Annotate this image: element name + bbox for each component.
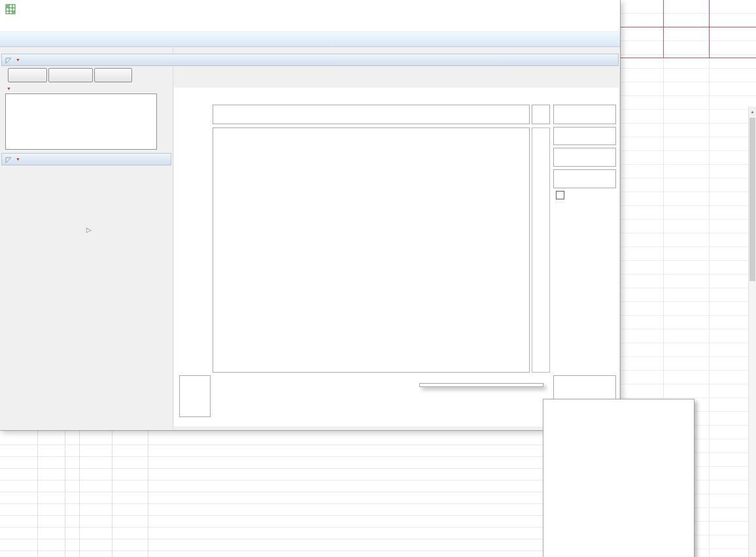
table-column-divider [112, 431, 112, 557]
columns-header[interactable]: ▼ [7, 84, 14, 92]
red-cell-border [663, 0, 664, 58]
table-column-divider [65, 431, 65, 557]
drop-zone-map-shape[interactable] [179, 375, 211, 417]
drop-zone-overlay[interactable] [553, 105, 616, 124]
drop-zone-color[interactable] [553, 127, 616, 145]
collapse-triangle-icon[interactable] [5, 156, 12, 163]
red-cell-border [620, 58, 756, 58]
graph-builder-header[interactable]: ▼ [1, 54, 619, 66]
jmp-app-icon [5, 4, 16, 14]
start-over-button[interactable] [48, 68, 93, 82]
panel-divider [173, 47, 173, 430]
jmp-window: ▼ ▼ ▼ ▷ [0, 0, 621, 431]
red-triangle-menu-icon[interactable]: ▼ [16, 58, 20, 62]
red-cell-border [620, 27, 756, 27]
columns-list [5, 93, 157, 150]
data-table-window [0, 431, 620, 557]
menu-bar [0, 18, 620, 31]
screen: ▲ ▼ [0, 0, 756, 557]
drop-zone-wrap[interactable] [532, 105, 550, 124]
toolbar [0, 31, 620, 47]
undo-button[interactable] [8, 68, 47, 82]
legend [556, 191, 568, 199]
scrollbar-up-icon[interactable]: ▲ [749, 107, 756, 116]
table-column-divider [37, 431, 38, 557]
close-button[interactable] [591, 0, 620, 18]
order-statistic-submenu [543, 399, 695, 557]
title-bar [0, 0, 620, 18]
plot-area[interactable] [213, 127, 530, 373]
drop-zone-interval[interactable] [553, 169, 616, 188]
drop-zone-size[interactable] [553, 148, 616, 167]
legend-swatch [556, 191, 564, 199]
bar-section-header[interactable]: ▼ [1, 153, 171, 165]
red-triangle-menu-icon[interactable]: ▼ [7, 86, 11, 91]
grid-line [709, 0, 710, 557]
x-axis-labels[interactable] [213, 375, 530, 415]
done-button[interactable] [94, 68, 132, 82]
drop-zone-group-y[interactable] [532, 127, 550, 373]
red-cell-border [709, 0, 710, 58]
table-column-divider [79, 431, 80, 557]
maximize-button[interactable] [561, 0, 591, 18]
red-triangle-menu-icon[interactable]: ▼ [16, 157, 20, 161]
drop-zone-group-x[interactable] [213, 105, 530, 124]
context-menu [419, 383, 543, 387]
minimize-button[interactable] [532, 0, 561, 18]
variables-disclosure-icon[interactable]: ▷ [86, 226, 92, 233]
table-column-divider [148, 431, 148, 557]
collapse-triangle-icon[interactable] [5, 56, 12, 64]
scrollbar-thumb[interactable] [749, 118, 755, 281]
